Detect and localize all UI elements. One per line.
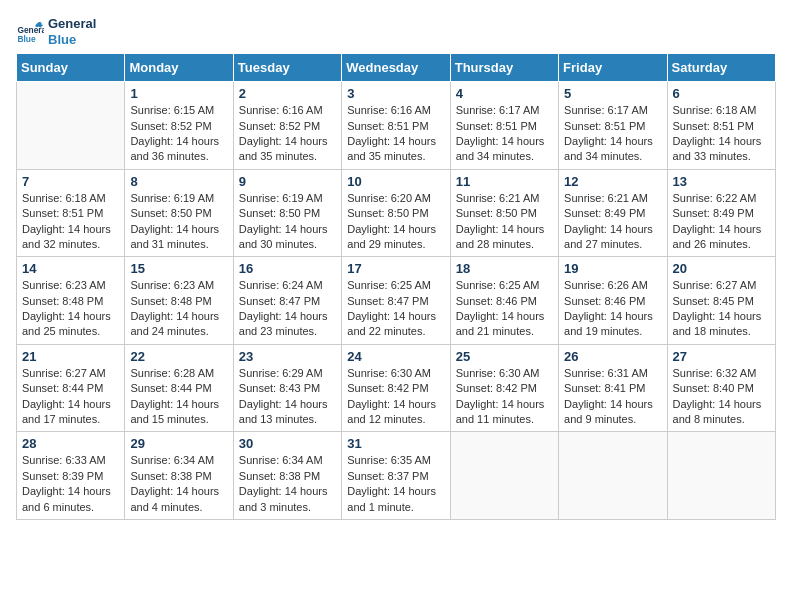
calendar-table: SundayMondayTuesdayWednesdayThursdayFrid… (16, 53, 776, 520)
cell-line: Sunset: 8:38 PM (239, 469, 336, 484)
cell-line: and 19 minutes. (564, 324, 661, 339)
cell-line: Daylight: 14 hours (130, 134, 227, 149)
calendar-week-2: 7Sunrise: 6:18 AMSunset: 8:51 PMDaylight… (17, 169, 776, 257)
cell-line: Sunset: 8:50 PM (239, 206, 336, 221)
day-number: 21 (22, 349, 119, 364)
cell-line: Sunrise: 6:17 AM (456, 103, 553, 118)
cell-line: Sunset: 8:51 PM (564, 119, 661, 134)
calendar-cell: 2Sunrise: 6:16 AMSunset: 8:52 PMDaylight… (233, 82, 341, 170)
cell-line: Daylight: 14 hours (130, 397, 227, 412)
col-header-monday: Monday (125, 54, 233, 82)
cell-line: Sunrise: 6:30 AM (456, 366, 553, 381)
calendar-cell: 10Sunrise: 6:20 AMSunset: 8:50 PMDayligh… (342, 169, 450, 257)
day-number: 27 (673, 349, 770, 364)
cell-line: Sunset: 8:40 PM (673, 381, 770, 396)
cell-line: Sunrise: 6:21 AM (564, 191, 661, 206)
cell-line: Daylight: 14 hours (22, 222, 119, 237)
day-number: 29 (130, 436, 227, 451)
calendar-cell: 16Sunrise: 6:24 AMSunset: 8:47 PMDayligh… (233, 257, 341, 345)
calendar-cell: 18Sunrise: 6:25 AMSunset: 8:46 PMDayligh… (450, 257, 558, 345)
cell-line: Sunrise: 6:25 AM (347, 278, 444, 293)
calendar-cell (559, 432, 667, 520)
calendar-week-4: 21Sunrise: 6:27 AMSunset: 8:44 PMDayligh… (17, 344, 776, 432)
cell-line: Daylight: 14 hours (456, 222, 553, 237)
day-number: 9 (239, 174, 336, 189)
cell-line: and 29 minutes. (347, 237, 444, 252)
cell-line: Sunrise: 6:16 AM (347, 103, 444, 118)
calendar-cell (667, 432, 775, 520)
cell-line: and 23 minutes. (239, 324, 336, 339)
day-number: 14 (22, 261, 119, 276)
cell-line: and 18 minutes. (673, 324, 770, 339)
day-number: 12 (564, 174, 661, 189)
calendar-cell: 21Sunrise: 6:27 AMSunset: 8:44 PMDayligh… (17, 344, 125, 432)
calendar-cell: 7Sunrise: 6:18 AMSunset: 8:51 PMDaylight… (17, 169, 125, 257)
cell-line: Daylight: 14 hours (564, 309, 661, 324)
calendar-cell: 13Sunrise: 6:22 AMSunset: 8:49 PMDayligh… (667, 169, 775, 257)
calendar-cell: 29Sunrise: 6:34 AMSunset: 8:38 PMDayligh… (125, 432, 233, 520)
cell-line: Daylight: 14 hours (347, 222, 444, 237)
cell-line: Sunset: 8:50 PM (347, 206, 444, 221)
day-number: 23 (239, 349, 336, 364)
cell-line: Sunrise: 6:17 AM (564, 103, 661, 118)
cell-line: Sunset: 8:45 PM (673, 294, 770, 309)
cell-line: Sunset: 8:52 PM (239, 119, 336, 134)
cell-line: and 12 minutes. (347, 412, 444, 427)
cell-line: Sunrise: 6:28 AM (130, 366, 227, 381)
calendar-cell: 3Sunrise: 6:16 AMSunset: 8:51 PMDaylight… (342, 82, 450, 170)
cell-line: and 32 minutes. (22, 237, 119, 252)
cell-line: Sunrise: 6:20 AM (347, 191, 444, 206)
cell-line: Sunrise: 6:23 AM (130, 278, 227, 293)
cell-line: Sunset: 8:43 PM (239, 381, 336, 396)
logo-text-general: General (48, 16, 96, 32)
cell-line: Sunrise: 6:18 AM (673, 103, 770, 118)
day-number: 17 (347, 261, 444, 276)
cell-line: Daylight: 14 hours (564, 134, 661, 149)
day-number: 15 (130, 261, 227, 276)
day-number: 7 (22, 174, 119, 189)
cell-line: Sunrise: 6:29 AM (239, 366, 336, 381)
calendar-week-1: 1Sunrise: 6:15 AMSunset: 8:52 PMDaylight… (17, 82, 776, 170)
cell-line: Sunset: 8:47 PM (239, 294, 336, 309)
cell-line: Daylight: 14 hours (673, 134, 770, 149)
svg-text:Blue: Blue (17, 33, 35, 43)
cell-line: Sunrise: 6:19 AM (130, 191, 227, 206)
cell-line: Sunset: 8:47 PM (347, 294, 444, 309)
cell-line: Daylight: 14 hours (673, 309, 770, 324)
calendar-cell: 8Sunrise: 6:19 AMSunset: 8:50 PMDaylight… (125, 169, 233, 257)
day-number: 22 (130, 349, 227, 364)
day-number: 6 (673, 86, 770, 101)
cell-line: Sunrise: 6:16 AM (239, 103, 336, 118)
cell-line: Daylight: 14 hours (456, 397, 553, 412)
cell-line: and 34 minutes. (456, 149, 553, 164)
cell-line: and 4 minutes. (130, 500, 227, 515)
day-number: 19 (564, 261, 661, 276)
cell-line: Daylight: 14 hours (456, 134, 553, 149)
day-number: 31 (347, 436, 444, 451)
cell-line: Daylight: 14 hours (673, 397, 770, 412)
cell-line: Sunset: 8:37 PM (347, 469, 444, 484)
cell-line: and 26 minutes. (673, 237, 770, 252)
cell-line: Sunset: 8:51 PM (456, 119, 553, 134)
cell-line: and 31 minutes. (130, 237, 227, 252)
cell-line: Daylight: 14 hours (130, 222, 227, 237)
calendar-cell: 26Sunrise: 6:31 AMSunset: 8:41 PMDayligh… (559, 344, 667, 432)
calendar-cell (450, 432, 558, 520)
cell-line: Sunset: 8:51 PM (22, 206, 119, 221)
cell-line: Sunrise: 6:27 AM (673, 278, 770, 293)
cell-line: Sunrise: 6:25 AM (456, 278, 553, 293)
calendar-cell: 19Sunrise: 6:26 AMSunset: 8:46 PMDayligh… (559, 257, 667, 345)
cell-line: Sunset: 8:50 PM (456, 206, 553, 221)
cell-line: Sunset: 8:41 PM (564, 381, 661, 396)
cell-line: Daylight: 14 hours (564, 397, 661, 412)
calendar-cell: 5Sunrise: 6:17 AMSunset: 8:51 PMDaylight… (559, 82, 667, 170)
page-header: General Blue General Blue (16, 16, 776, 47)
calendar-cell: 17Sunrise: 6:25 AMSunset: 8:47 PMDayligh… (342, 257, 450, 345)
calendar-cell: 31Sunrise: 6:35 AMSunset: 8:37 PMDayligh… (342, 432, 450, 520)
cell-line: and 17 minutes. (22, 412, 119, 427)
cell-line: and 3 minutes. (239, 500, 336, 515)
calendar-cell (17, 82, 125, 170)
col-header-tuesday: Tuesday (233, 54, 341, 82)
day-number: 2 (239, 86, 336, 101)
day-number: 8 (130, 174, 227, 189)
